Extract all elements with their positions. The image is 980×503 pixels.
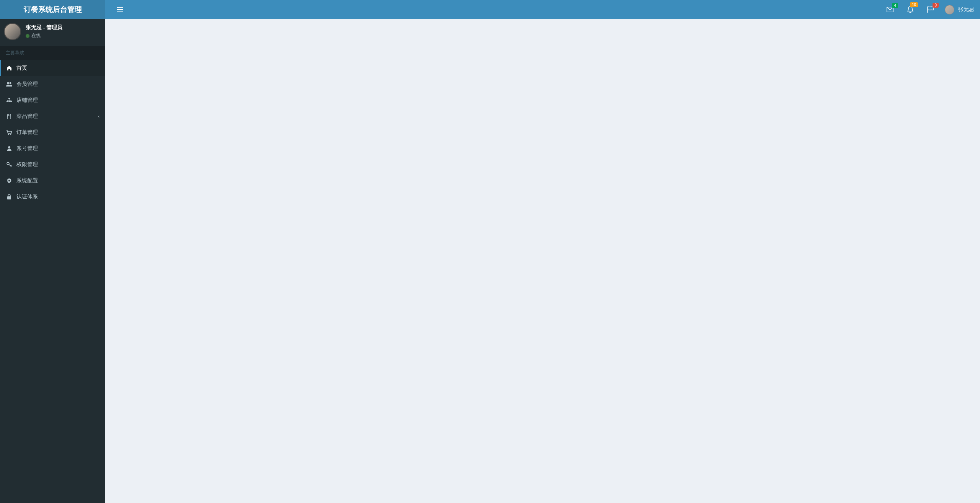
svg-point-8 [10,134,11,135]
key-icon [6,162,13,167]
messages-menu[interactable]: 4 [884,4,897,15]
sidebar-item-label: 账号管理 [16,145,38,152]
bars-icon [117,7,123,12]
sidebar-item-label: 权限管理 [16,161,38,168]
sidebar-item-label: 菜品管理 [16,113,38,120]
notifications-menu[interactable]: 10 [904,3,916,16]
sidebar: 张无忌 . 管理员 在线 主要导航 首页 会员管理 店铺管理 菜品管理‹ 订单管… [0,0,105,503]
user-name: 张无忌 [958,6,974,13]
sidebar-item-auth[interactable]: 认证体系 [0,189,105,205]
user-status: 在线 [26,33,62,39]
home-icon [6,65,13,71]
status-dot-icon [26,34,29,38]
svg-rect-3 [8,98,10,99]
svg-rect-12 [7,196,11,199]
svg-point-9 [8,146,10,149]
avatar [945,5,954,15]
app-logo[interactable]: 订餐系统后台管理 [0,0,105,19]
sidebar-item-shops[interactable]: 店铺管理 [0,92,105,108]
svg-rect-4 [7,101,8,102]
sidebar-section-header: 主要导航 [0,46,105,60]
cart-icon [6,130,13,135]
sidebar-item-label: 订单管理 [16,129,38,136]
svg-point-1 [7,82,9,84]
chevron-left-icon: ‹ [98,114,100,119]
user-panel: 张无忌 . 管理员 在线 [0,19,105,46]
tasks-menu[interactable]: 9 [924,3,937,16]
sidebar-item-members[interactable]: 会员管理 [0,76,105,92]
sidebar-item-settings[interactable]: 系统配置 [0,173,105,189]
sidebar-item-label: 首页 [16,65,27,72]
utensils-icon [6,114,13,119]
user-full-name: 张无忌 . 管理员 [26,24,62,31]
sitemap-icon [6,98,13,103]
sidebar-item-home[interactable]: 首页 [0,60,105,76]
svg-point-2 [10,82,11,84]
sidebar-item-label: 店铺管理 [16,97,38,104]
messages-badge: 4 [892,3,898,8]
svg-rect-5 [8,101,10,102]
tasks-badge: 9 [933,3,939,8]
sidebar-toggle[interactable] [111,1,129,18]
lock-icon [6,194,13,199]
svg-rect-6 [10,101,12,102]
sidebar-item-accounts[interactable]: 账号管理 [0,140,105,157]
sidebar-item-dishes[interactable]: 菜品管理‹ [0,108,105,124]
gear-icon [6,178,13,183]
avatar [4,23,21,40]
users-icon [6,82,13,87]
status-text: 在线 [31,33,41,39]
svg-point-7 [8,134,9,135]
sidebar-item-label: 认证体系 [16,193,38,200]
notifications-badge: 10 [910,2,918,7]
user-menu[interactable]: 张无忌 [945,5,974,15]
sidebar-item-label: 会员管理 [16,81,38,88]
sidebar-item-label: 系统配置 [16,177,38,184]
sidebar-item-orders[interactable]: 订单管理 [0,124,105,140]
svg-point-11 [8,180,10,181]
user-icon [6,146,13,151]
sidebar-item-permissions[interactable]: 权限管理 [0,157,105,173]
